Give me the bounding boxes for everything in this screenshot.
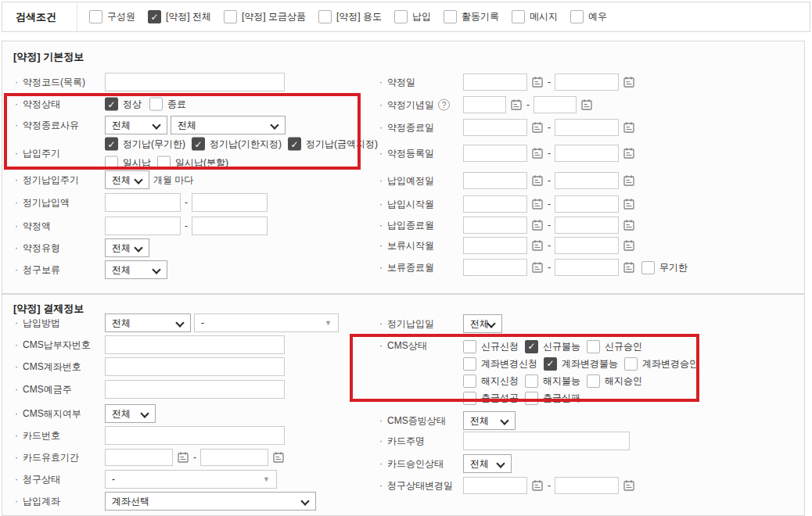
checkbox-icon[interactable] [525,340,538,353]
card-owner-input[interactable] [463,432,630,450]
calendar-icon[interactable] [623,174,635,187]
calendar-icon[interactable] [510,99,523,111]
row-card-approval-status: 카드승인상태 전체 [2,454,804,473]
date-from-input[interactable] [463,217,527,234]
range-dash: - [548,199,551,210]
row-hold-end-month: 보류종료월 - 무기한 [2,258,804,277]
checkbox-icon[interactable] [89,10,102,23]
cms-account-number-input[interactable] [105,357,285,376]
checkbox-icon[interactable] [544,357,557,371]
row-card-owner-name: 카드주명 [2,432,804,450]
cms-withdraw-success: 출금성공 [463,392,519,405]
calendar-icon[interactable] [623,239,635,252]
search-condition-title: 검색조건 [2,2,77,31]
cms-new-request: 신규신청 [463,340,519,353]
date-to-input[interactable] [555,73,619,91]
date-to-input[interactable] [555,172,619,189]
date-to-input[interactable] [555,237,619,254]
calendar-icon[interactable] [623,261,635,274]
date-from-input[interactable] [463,237,527,254]
option-label: 무기한 [659,261,688,274]
field-label: 보류시작월 [379,239,434,253]
cms-cancel-request: 해지신청 [463,374,519,388]
calendar-icon[interactable] [623,76,635,88]
field-label: 카드주명 [379,435,425,448]
range-dash: - [548,175,551,186]
date-from-input[interactable] [463,477,527,494]
checkbox-icon[interactable] [525,374,538,388]
cms-new-approved: 신규승인 [587,340,642,353]
calendar-icon[interactable] [623,147,635,159]
calendar-icon[interactable] [531,76,544,88]
checkbox-icon[interactable] [624,357,638,371]
row-payment-start-month: 납입시작월 - [2,195,804,213]
field-label: 약정종료일 [379,121,434,134]
calendar-icon[interactable] [531,239,544,252]
option-label: 해지승인 [605,374,642,388]
cms-change-request: 계좌변경신청 [463,357,537,371]
field-label: 납입종료월 [379,219,434,232]
calendar-icon[interactable] [580,99,593,111]
cms-proof-select[interactable]: 전체 [463,411,516,430]
date-from-input[interactable] [463,96,506,113]
cms-withdraw-fail: 출금실패 [525,392,580,405]
calendar-icon[interactable] [531,147,544,159]
calendar-icon[interactable] [623,219,635,231]
checkbox-icon[interactable] [587,340,600,353]
field-label: CMS상태 [379,339,427,353]
checkbox-icon[interactable] [525,392,538,405]
date-from-input[interactable] [463,119,527,136]
date-from-input[interactable] [463,172,527,189]
help-icon[interactable]: ? [438,99,450,111]
checkbox-icon[interactable] [148,10,161,23]
calendar-icon[interactable] [623,121,635,134]
date-to-input[interactable] [555,195,619,213]
pledge-basic-info-panel: [약정] 기본정보 약정코드(목록) 약정상태 정상 종료 약정종료 [2,41,805,294]
date-to-input[interactable] [555,217,619,234]
date-to-input[interactable] [555,119,619,136]
checkbox-icon[interactable] [512,10,525,23]
cms-holder-input[interactable] [105,380,285,399]
date-to-input[interactable] [555,145,619,162]
calendar-icon[interactable] [531,479,544,492]
checkbox-icon[interactable] [570,10,584,23]
calendar-icon[interactable] [531,261,544,274]
calendar-icon[interactable] [623,198,635,210]
date-to-input[interactable] [555,259,619,276]
date-from-input[interactable] [463,73,527,91]
calendar-icon[interactable] [531,219,544,231]
checkbox-icon[interactable] [318,10,332,23]
scope-option-activity: 활동기록 [444,10,499,23]
field-label: 청구상태변경일 [379,479,453,493]
field-label: 정기납입일 [379,317,434,331]
option-label: 계좌변경신청 [481,357,537,371]
range-dash: - [526,99,530,110]
option-label: 해지신청 [481,374,519,388]
checkbox-icon[interactable] [224,10,237,23]
checkbox-icon[interactable] [444,10,457,23]
date-from-input[interactable] [463,145,527,162]
date-from-input[interactable] [463,195,527,213]
checkbox-icon[interactable] [587,374,600,388]
calendar-icon[interactable] [531,174,544,187]
scope-option-honor: 예우 [570,10,607,23]
checkbox-icon[interactable] [463,392,476,405]
regular-payment-day-select[interactable]: 전체 [463,314,502,333]
calendar-icon[interactable] [531,121,544,134]
field-label: 약정일 [379,76,415,89]
date-to-input[interactable] [534,96,577,113]
option-label: 계좌변경불능 [562,357,618,371]
date-to-input[interactable] [555,477,619,494]
checkbox-icon[interactable] [463,374,476,388]
calendar-icon[interactable] [623,479,635,492]
checkbox-icon[interactable] [463,357,476,371]
checkbox-icon[interactable] [394,10,408,23]
checkbox-icon[interactable] [641,261,655,274]
card-approval-select[interactable]: 전체 [463,454,512,473]
field-label: 납입시작월 [379,198,434,211]
row-cms-proof-status: CMS증빙상태 전체 [2,411,804,430]
checkbox-icon[interactable] [463,340,476,353]
date-from-input[interactable] [463,259,527,276]
calendar-icon[interactable] [531,198,544,210]
field-label: 약정등록일 [379,147,434,160]
